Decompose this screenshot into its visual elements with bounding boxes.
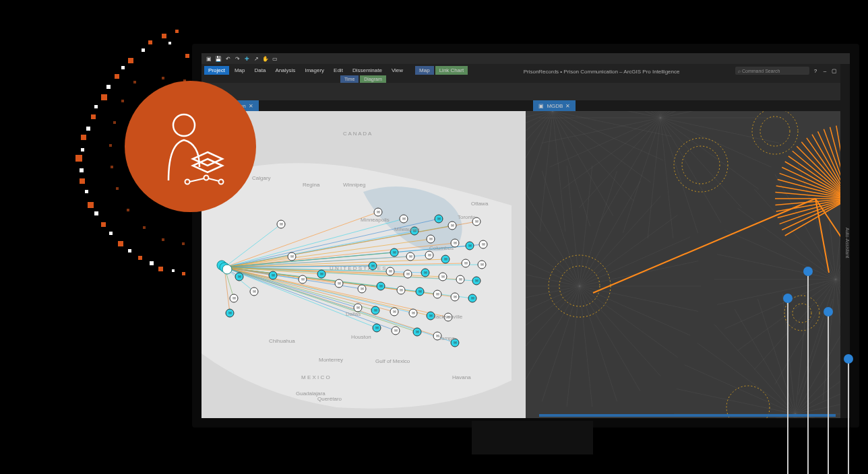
svg-line-320	[580, 286, 617, 401]
svg-line-303	[580, 111, 660, 118]
tab-view[interactable]: View	[388, 66, 407, 75]
svg-text:Columbus: Columbus	[429, 245, 454, 251]
svg-rect-58	[113, 121, 116, 124]
svg-line-263	[526, 111, 553, 226]
svg-text:✉: ✉	[290, 255, 294, 259]
pane-container: ✉✉✉✉✉✉✉✉✉✉✉✉✉✉✉✉✉✉✉✉✉✉✉✉✉✉✉✉✉✉✉✉✉✉✉✉✉✉✉✉…	[202, 111, 850, 426]
svg-text:Jacksonville: Jacksonville	[433, 314, 463, 320]
svg-line-301	[550, 111, 660, 118]
svg-text:✉: ✉	[418, 290, 422, 294]
svg-rect-60	[111, 166, 113, 168]
tab-disseminate[interactable]: Disseminate	[348, 66, 386, 75]
svg-rect-15	[182, 272, 185, 275]
svg-text:Chihuahua: Chihuahua	[269, 338, 295, 344]
svg-rect-3	[128, 58, 133, 63]
minimize-icon[interactable]: –	[822, 67, 828, 74]
svg-text:✉: ✉	[400, 288, 403, 292]
doc-tab-graph-label: MGDB	[547, 103, 563, 109]
save-icon[interactable]: 💾	[215, 55, 222, 62]
svg-rect-36	[81, 148, 84, 151]
svg-rect-62	[127, 209, 129, 211]
tab-map[interactable]: Map	[230, 66, 249, 75]
svg-line-264	[526, 111, 553, 216]
link-chart-canvas	[526, 111, 850, 426]
tab-data[interactable]: Data	[250, 66, 270, 75]
undo-icon[interactable]: ↶	[224, 55, 231, 62]
app-window: ▣ 💾 ↶ ↷ ✚ ↗ ✋ ▭ Project Map Data Analysi…	[192, 44, 859, 428]
svg-text:✉: ✉	[389, 269, 392, 273]
svg-text:✉: ✉	[480, 263, 484, 267]
command-search[interactable]: ⌕ Command Search	[735, 67, 809, 75]
svg-point-440	[185, 179, 189, 184]
svg-line-391	[725, 230, 836, 279]
timeline-scrubber[interactable]	[539, 414, 836, 417]
tab-analysis[interactable]: Analysis	[271, 66, 299, 75]
svg-line-363	[714, 324, 795, 414]
svg-text:✉: ✉	[232, 296, 236, 300]
svg-line-285	[660, 118, 779, 143]
svg-rect-43	[172, 269, 175, 272]
svg-line-443	[189, 178, 204, 182]
svg-text:✉: ✉	[338, 281, 341, 285]
tab-edit[interactable]: Edit	[330, 66, 347, 75]
svg-rect-11	[101, 222, 106, 227]
svg-text:✉: ✉	[416, 330, 419, 334]
svg-text:Tampa: Tampa	[439, 335, 456, 341]
svg-rect-42	[150, 261, 154, 265]
svg-text:✉: ✉	[459, 277, 462, 281]
select-icon[interactable]: ▭	[272, 55, 278, 62]
svg-line-297	[550, 118, 660, 167]
pan-icon[interactable]: ✋	[262, 55, 269, 62]
svg-line-261	[553, 111, 565, 232]
ctx-group-map[interactable]: Map	[415, 66, 434, 75]
svg-line-259	[553, 111, 613, 216]
svg-text:✉: ✉	[356, 306, 360, 310]
svg-text:✉: ✉	[272, 273, 275, 277]
close-icon[interactable]: ✕	[565, 103, 570, 109]
doc-tab-graph[interactable]: ▣ MGDB ✕	[533, 100, 576, 111]
arrow-icon[interactable]: ↗	[253, 55, 259, 62]
svg-line-290	[660, 118, 698, 233]
svg-rect-5	[101, 94, 107, 100]
svg-line-444	[208, 178, 219, 181]
ctx-group-linkchart[interactable]: Link Chart	[435, 66, 468, 75]
svg-rect-38	[85, 190, 88, 193]
svg-text:C A N A D A: C A N A D A	[343, 131, 372, 137]
help-icon[interactable]: ?	[812, 67, 819, 74]
svg-text:✉: ✉	[451, 224, 454, 228]
svg-text:Calgary: Calgary	[252, 175, 271, 181]
svg-line-323	[542, 286, 580, 401]
svg-rect-57	[121, 100, 124, 102]
svg-text:✉: ✉	[238, 275, 241, 279]
svg-rect-14	[158, 267, 163, 271]
svg-line-324	[526, 286, 580, 391]
svg-line-295	[580, 118, 660, 208]
add-icon[interactable]: ✚	[243, 55, 250, 62]
svg-line-316	[580, 286, 690, 335]
svg-line-310	[660, 111, 741, 118]
svg-line-360	[677, 389, 795, 414]
redo-icon[interactable]: ↷	[234, 55, 241, 62]
svg-line-337	[580, 166, 592, 286]
svg-text:Winnipeg: Winnipeg	[343, 182, 365, 188]
svg-line-392	[737, 208, 836, 279]
link-chart-view[interactable]	[526, 111, 850, 426]
svg-text:✉: ✉	[394, 329, 398, 333]
tab-diagram[interactable]: Diagram	[360, 75, 385, 83]
svg-rect-28	[185, 54, 189, 58]
svg-text:✉: ✉	[428, 253, 431, 257]
svg-point-232	[222, 265, 232, 274]
tab-time[interactable]: Time	[340, 75, 359, 83]
svg-rect-6	[91, 114, 96, 119]
svg-line-338	[580, 171, 617, 286]
svg-text:Ottawa: Ottawa	[471, 201, 489, 207]
svg-line-322	[567, 286, 580, 407]
maximize-icon[interactable]: ▢	[831, 67, 838, 74]
svg-text:✉: ✉	[361, 287, 364, 291]
close-icon[interactable]: ✕	[249, 103, 253, 109]
svg-line-319	[580, 286, 640, 391]
tab-project[interactable]: Project	[204, 66, 229, 75]
svg-text:✉: ✉	[424, 271, 427, 275]
tab-imagery[interactable]: Imagery	[301, 66, 328, 75]
svg-line-406	[780, 199, 849, 224]
